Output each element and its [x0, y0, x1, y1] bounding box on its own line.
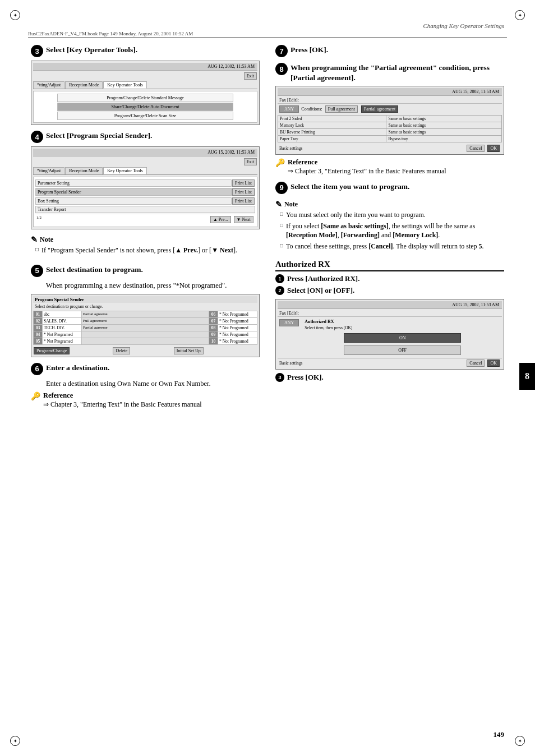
note1: ✎ Note □ If "Program Special Sender" is … — [31, 233, 260, 259]
screen2-tab1[interactable]: *tting/Adjust — [33, 167, 64, 174]
screen3: Program Special Sender Select destinatio… — [31, 294, 260, 357]
substep3-num: 3 — [275, 373, 284, 382]
screen5-cancel-btn[interactable]: Cancel — [467, 359, 485, 367]
screen5-select-text: Select item, then press [OK] — [305, 325, 500, 330]
screen2-tab3[interactable]: Key Operator Tools — [103, 167, 146, 174]
screen2-exit-btn[interactable]: Exit — [244, 158, 257, 165]
screen1-titlebar: AUG 12, 2002, 11:53 AM — [33, 63, 257, 71]
step5-heading: 5 Select destination to program. — [31, 265, 260, 277]
screen5-fax-edit: Fax [Edit]: — [279, 311, 299, 316]
screen4-ok-btn[interactable]: OK — [487, 145, 500, 152]
screen5-ok-btn[interactable]: OK — [487, 359, 500, 367]
header-file: RusC2FaxADEN-F_V4_FM.book Page 149 Monda… — [28, 31, 193, 36]
page-number: 149 — [494, 730, 505, 739]
screen4-any-label: ANY — [279, 105, 299, 113]
screen4-fax-edit: Fax [Edit]: — [279, 98, 299, 103]
screen2-tab2[interactable]: Reception Mode — [65, 167, 103, 174]
screen1-menu2[interactable]: Share/Change/Delete Auto Document — [57, 103, 233, 111]
step8-heading: 8 When programming the "Partial agreemen… — [275, 63, 504, 82]
step9-text: Select the item you want to program. — [290, 182, 409, 192]
note1-item1: □ If "Program Special Sender" is not sho… — [35, 246, 260, 255]
step8-text: When programming the "Partial agreement"… — [290, 63, 504, 82]
screen2-print1[interactable]: Print List — [232, 179, 255, 187]
screen5-off-btn[interactable]: OFF — [344, 345, 461, 355]
step9-num: 9 — [275, 182, 288, 194]
screen5-any-label: ANY — [279, 319, 299, 326]
note2-item1: □ You must select only the item you want… — [280, 210, 504, 220]
substep3-text: Press [OK]. — [287, 373, 324, 382]
ref2-title: Reference — [288, 158, 446, 167]
sender-list-table: 01 abc Partial agreeme 06 * Not Programe… — [33, 311, 257, 345]
screen4-full-agreement-btn[interactable]: Full agreement — [325, 105, 358, 113]
screen1-exit-btn[interactable]: Exit — [244, 72, 257, 80]
screen3-program-btn[interactable]: Program/Change — [34, 347, 70, 354]
screen4-titlebar: AUG 15, 2002, 11:53 AM — [278, 88, 502, 96]
header-bar: RusC2FaxADEN-F_V4_FM.book Page 149 Monda… — [28, 31, 507, 38]
screen4-cancel-btn[interactable]: Cancel — [467, 145, 485, 152]
step6-text: Enter a destination. — [46, 363, 109, 373]
substep1-num: 1 — [275, 274, 284, 283]
screen4-partial-agreement-btn[interactable]: Partial agreement — [361, 105, 398, 113]
substep3: 3 Press [OK]. — [275, 373, 504, 382]
ref1-text: ⇒ Chapter 3, "Entering Text" in the Basi… — [43, 400, 202, 409]
screen3-initial-btn[interactable]: Initial Set Up — [174, 347, 204, 354]
table-row: BU Reverse Printing Same as basic settin… — [278, 129, 502, 136]
screen1-tab3[interactable]: Key Operator Tools — [103, 81, 146, 89]
substep1-text: Press [Authorized RX]. — [287, 274, 359, 284]
step4-text: Select [Program Special Sender]. — [46, 131, 152, 141]
screen1-tabs: *tting/Adjust Reception Mode Key Operato… — [33, 81, 257, 89]
screen2-prev[interactable]: ▲ Pre... — [210, 216, 231, 223]
screen1-tab1[interactable]: *tting/Adjust — [33, 81, 64, 89]
note2-title: ✎ Note — [275, 200, 504, 209]
step9-heading: 9 Select the item you want to program. — [275, 182, 504, 194]
step7-text: Press [OK]. — [290, 45, 328, 55]
substep1: 1 Press [Authorized RX]. — [275, 274, 504, 284]
table-row: Memory Lock Same as basic settings — [278, 122, 502, 129]
corner-mark-br: ✦ — [515, 736, 525, 746]
screen1-tab2[interactable]: Reception Mode — [65, 81, 103, 89]
page-header-right: Changing Key Operator Settings — [423, 22, 504, 29]
ref2-text: ⇒ Chapter 3, "Entering Text" in the Basi… — [288, 167, 446, 176]
corner-mark-bl: ✦ — [10, 736, 20, 746]
table-row: 04 * Not Programed 09 * Not Programed — [34, 331, 257, 338]
table-row: 01 abc Partial agreeme 06 * Not Programe… — [34, 311, 257, 317]
screen4-conditions-label: Conditions: — [301, 107, 322, 112]
step4-heading: 4 Select [Program Special Sender]. — [31, 131, 260, 143]
screen2-titlebar: AUG 15, 2002, 11:53 AM — [33, 149, 257, 156]
substep2: 2 Select [ON] or [OFF]. — [275, 286, 504, 296]
screen2-next[interactable]: ▼ Next — [234, 216, 253, 223]
screen4-table: Print 2 Sided Same as basic settings Mem… — [278, 115, 502, 142]
screen1-menu3[interactable]: Program/Change/Delete Scan Size — [57, 112, 233, 120]
ref1: 🔑 Reference ⇒ Chapter 3, "Entering Text"… — [31, 391, 260, 409]
authorized-rx-heading: Authorized RX — [275, 260, 504, 271]
ref1-title: Reference — [43, 391, 202, 400]
step7-num: 7 — [275, 45, 288, 57]
step3-text: Select [Key Operator Tools]. — [46, 45, 137, 55]
ref2-icon: 🔑 — [275, 158, 285, 168]
screen2-print3[interactable]: Print List — [232, 197, 255, 205]
step8-num: 8 — [275, 63, 288, 75]
screen1-menu1[interactable]: Program/Change/Delete Standard Message — [57, 94, 233, 102]
screen5-on-btn[interactable]: ON — [344, 333, 461, 343]
table-row: 03 TECH. DIV. Partial agreeme 08 * Not P… — [34, 324, 257, 331]
screen3-delete-btn[interactable]: Delete — [113, 347, 130, 354]
note1-title: ✎ Note — [31, 235, 260, 245]
table-row: 02 SALES. DIV. Full agreement 07 * Not P… — [34, 317, 257, 324]
ref2: 🔑 Reference ⇒ Chapter 3, "Entering Text"… — [275, 158, 504, 176]
screen2-nav-page: 1/2 — [36, 215, 41, 224]
step4-num: 4 — [31, 131, 43, 143]
screen5-basic-settings: Basic settings — [279, 361, 302, 366]
step5-body: When programming a new destination, pres… — [46, 280, 260, 291]
chapter-tab: 8 — [519, 363, 535, 390]
substep2-num: 2 — [275, 286, 284, 295]
main-content: 3 Select [Key Operator Tools]. AUG 12, 2… — [31, 39, 504, 728]
corner-mark-tr: ✦ — [515, 10, 525, 20]
step3-num: 3 — [31, 45, 43, 57]
step6-body: Enter a destination using Own Name or Ow… — [46, 379, 260, 389]
step6-heading: 6 Enter a destination. — [31, 363, 260, 375]
corner-mark-tl: ✦ — [10, 10, 20, 20]
step6-num: 6 — [31, 363, 43, 375]
screen2-print2[interactable]: Print List — [232, 188, 255, 196]
left-column: 3 Select [Key Operator Tools]. AUG 12, 2… — [31, 39, 260, 412]
note2: ✎ Note □ You must select only the item y… — [275, 197, 504, 255]
